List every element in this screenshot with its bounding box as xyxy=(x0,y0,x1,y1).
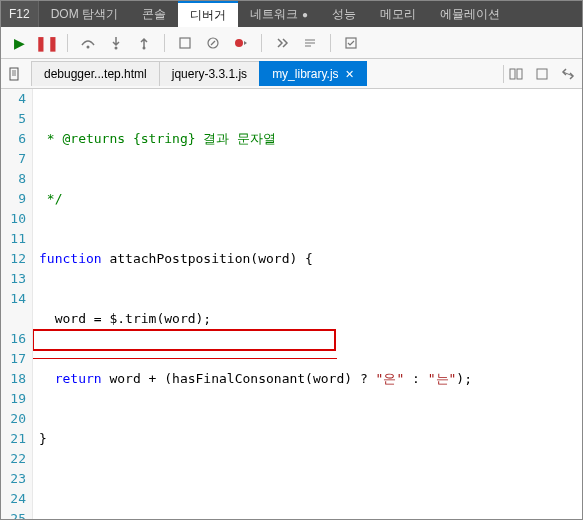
tab-memory[interactable]: 메모리 xyxy=(368,1,428,27)
code-line: "은" xyxy=(376,371,405,386)
line-number[interactable]: 5 xyxy=(1,109,26,129)
close-icon[interactable]: ✕ xyxy=(345,68,354,81)
line-number[interactable]: 7 xyxy=(1,149,26,169)
pause-button[interactable]: ❚❚ xyxy=(35,31,59,55)
f12-label: F12 xyxy=(1,1,39,27)
pretty-print-button[interactable] xyxy=(270,31,294,55)
line-number[interactable]: 13 xyxy=(1,269,26,289)
code-line: word + (hasFinalConsonant(word) ? xyxy=(102,371,376,386)
svg-rect-8 xyxy=(510,69,515,79)
code-line: * @returns {string} 결과 문자열 xyxy=(39,131,276,146)
tab-debugger[interactable]: 디버거 xyxy=(178,1,238,27)
record-icon: ● xyxy=(302,9,308,20)
separator xyxy=(261,34,262,52)
line-number[interactable]: 12 xyxy=(1,249,26,269)
continue-button[interactable]: ▶ xyxy=(7,31,31,55)
source-map-button[interactable] xyxy=(530,62,554,86)
svg-point-2 xyxy=(143,46,146,49)
code-area[interactable]: * @returns {string} 결과 문자열 */ function a… xyxy=(33,89,582,520)
file-tab-debugger-html[interactable]: debugger...tep.html xyxy=(31,61,160,86)
line-number[interactable]: 4 xyxy=(1,89,26,109)
code-editor[interactable]: 4567891011121314151617181920212223242526… xyxy=(1,89,582,520)
exception-behavior-button[interactable] xyxy=(201,31,225,55)
line-number[interactable]: 24 xyxy=(1,489,26,509)
line-number[interactable]: 17 xyxy=(1,349,26,369)
code-line: function xyxy=(39,251,102,266)
svg-point-1 xyxy=(115,46,118,49)
svg-rect-10 xyxy=(537,69,547,79)
code-line: } xyxy=(39,431,47,446)
tab-network[interactable]: 네트워크 ● xyxy=(238,1,320,27)
step-into-button[interactable] xyxy=(104,31,128,55)
strike-annotation xyxy=(33,358,337,359)
debugger-toolbar: ▶ ❚❚ xyxy=(1,27,582,59)
debug-just-my-code-button[interactable] xyxy=(504,62,528,86)
line-number[interactable]: 21 xyxy=(1,429,26,449)
line-number[interactable]: 19 xyxy=(1,389,26,409)
svg-point-5 xyxy=(235,39,243,47)
line-number[interactable]: 11 xyxy=(1,229,26,249)
word-wrap-button[interactable] xyxy=(298,31,322,55)
line-number[interactable]: 6 xyxy=(1,129,26,149)
line-gutter: 4567891011121314151617181920212223242526… xyxy=(1,89,33,520)
separator xyxy=(67,34,68,52)
breakpoint-dropdown-button[interactable] xyxy=(229,31,253,55)
highlight-annotation xyxy=(33,329,336,351)
code-line: ); xyxy=(456,371,472,386)
separator xyxy=(330,34,331,52)
svg-rect-9 xyxy=(517,69,522,79)
line-number[interactable]: 20 xyxy=(1,409,26,429)
tab-network-label: 네트워크 xyxy=(250,6,298,23)
compare-button[interactable] xyxy=(556,62,580,86)
tab-performance[interactable]: 성능 xyxy=(320,1,368,27)
step-over-button[interactable] xyxy=(76,31,100,55)
svg-rect-7 xyxy=(10,68,18,80)
file-tab-label: my_library.js xyxy=(272,67,338,81)
code-line: attachPostposition(word) { xyxy=(102,251,313,266)
line-number[interactable]: 9 xyxy=(1,189,26,209)
separator xyxy=(164,34,165,52)
tab-emulation[interactable]: 에뮬레이션 xyxy=(428,1,512,27)
line-number[interactable]: 14 xyxy=(1,289,26,309)
line-number[interactable]: 22 xyxy=(1,449,26,469)
tab-dom-explorer[interactable]: DOM 탐색기 xyxy=(39,1,130,27)
line-number[interactable]: 25 xyxy=(1,509,26,520)
code-line: */ xyxy=(39,191,62,206)
tab-console[interactable]: 콘솔 xyxy=(130,1,178,27)
svg-rect-6 xyxy=(346,38,356,48)
code-line: : xyxy=(404,371,427,386)
document-icon[interactable] xyxy=(5,64,25,84)
devtools-tabs: F12 DOM 탐색기 콘솔 디버거 네트워크 ● 성능 메모리 에뮬레이션 xyxy=(1,1,582,27)
line-number[interactable]: 10 xyxy=(1,209,26,229)
file-tab-my-library[interactable]: my_library.js ✕ xyxy=(259,61,366,86)
break-new-worker-button[interactable] xyxy=(173,31,197,55)
step-out-button[interactable] xyxy=(132,31,156,55)
line-number[interactable]: 23 xyxy=(1,469,26,489)
code-line: word = $.trim(word); xyxy=(39,311,211,326)
line-number[interactable]: 18 xyxy=(1,369,26,389)
just-my-code-button[interactable] xyxy=(339,31,363,55)
svg-rect-3 xyxy=(180,38,190,48)
line-number[interactable]: 16 xyxy=(1,329,26,349)
svg-point-0 xyxy=(87,45,90,48)
code-line: "는" xyxy=(428,371,457,386)
file-tab-jquery[interactable]: jquery-3.3.1.js xyxy=(159,61,260,86)
file-tabs: debugger...tep.html jquery-3.3.1.js my_l… xyxy=(1,59,582,89)
code-line: return xyxy=(39,371,102,386)
line-number[interactable]: 8 xyxy=(1,169,26,189)
